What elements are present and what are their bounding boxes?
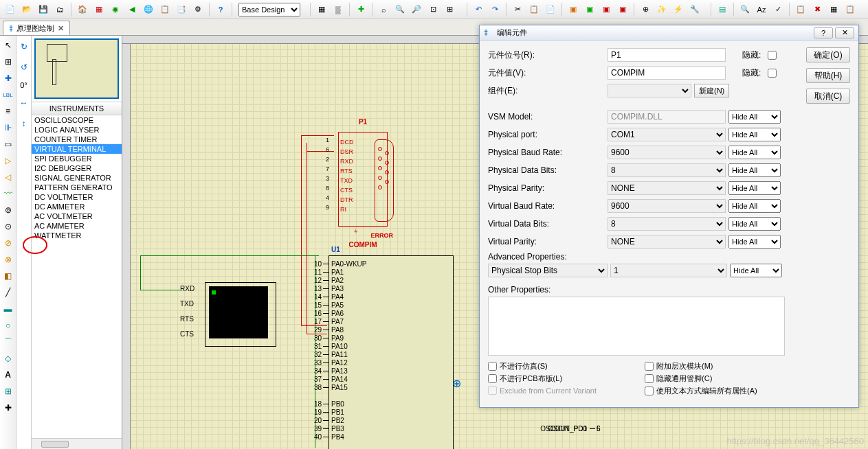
zoom-all-icon[interactable]: ⊞ [442,2,457,17]
check-no-sim[interactable] [488,362,497,371]
zoom-out-icon[interactable]: 🔎 [409,2,424,17]
check-hide-value[interactable] [768,69,777,78]
instrument-item[interactable]: AC AMMETER [32,221,122,231]
instrument-item[interactable]: DC AMMETER [32,202,122,211]
new-group-button[interactable]: 新建(N) [694,84,729,97]
wand-icon[interactable]: ✨ [654,2,669,17]
zoom-fit-icon[interactable]: ⌕ [376,2,391,17]
block4-icon[interactable]: ▣ [615,2,630,17]
combo-pparity[interactable]: NONE [608,181,726,195]
tape-icon[interactable]: ⊚ [1,203,15,217]
replace-icon[interactable]: Az [754,2,769,17]
check-text-edit[interactable] [645,387,654,395]
line-icon[interactable]: ╱ [1,286,15,299]
tab-schematic[interactable]: ‡ 原理图绘制 ✕ [3,21,70,35]
redo-icon[interactable]: ↷ [487,2,502,17]
check-no-pcb[interactable] [488,374,497,383]
voltage-probe-icon[interactable]: ⊘ [1,236,15,250]
doc2-icon[interactable]: 📑 [174,2,189,17]
arc-icon[interactable]: ⌒ [1,335,15,349]
device-pin-icon[interactable]: ◁ [1,170,15,184]
combo-group[interactable] [608,84,691,97]
check-attach[interactable] [645,362,654,371]
chip-icon[interactable]: ▦ [91,2,107,17]
input-value[interactable] [608,66,726,80]
input-ref[interactable] [608,48,726,62]
save-icon[interactable]: 💾 [36,2,51,17]
block2-icon[interactable]: ▣ [582,2,597,17]
design-combo[interactable]: Base Design [238,3,300,16]
symbol-icon[interactable]: ⊞ [1,384,15,398]
instrument-item[interactable]: SPI DEBUGGER [32,154,122,163]
text-script-icon[interactable]: ≡ [1,104,15,118]
instrument-list[interactable]: OSCILLOSCOPELOGIC ANALYSERCOUNTER TIMERV… [32,115,122,438]
combo-pbaud[interactable]: 9600 [608,146,726,159]
gear2-icon[interactable]: ⚡ [671,2,686,17]
erc1-icon[interactable]: 📋 [793,2,808,17]
mirror-v-icon[interactable]: ↕ [17,117,31,130]
crosshair-icon[interactable]: ✚ [353,2,368,17]
select-icon[interactable]: ↖ [1,38,15,52]
generator-icon[interactable]: ⊙ [1,220,15,233]
help-button[interactable]: 帮助(H) [806,68,850,83]
undo-icon[interactable]: ↶ [471,2,486,17]
paste-icon[interactable]: 📄 [543,2,558,17]
hideall-pdata[interactable]: Hide All [728,163,781,177]
text-icon[interactable]: A [1,368,15,382]
instrument-item[interactable]: LOGIC ANALYSER [32,125,122,135]
scrollbar-horizontal[interactable] [32,438,122,449]
instrument-item[interactable]: DC VOLTMETER [32,192,122,202]
bus-icon[interactable]: ⊪ [1,121,15,135]
cut-icon[interactable]: ✂ [510,2,525,17]
current-probe-icon[interactable]: ⊗ [1,253,15,266]
layers-icon[interactable]: ▤ [715,2,730,17]
dialog-titlebar[interactable]: ‡ 编辑元件 ? ✕ [480,25,858,41]
combo-advprop-name[interactable]: Physical Stop Bits [488,264,608,277]
mirror-h-icon[interactable]: ↔ [17,96,31,110]
find-icon[interactable]: 🔍 [737,2,753,17]
instrument-item[interactable]: COUNTER TIMER [32,135,122,144]
graph-icon[interactable]: 〰 [1,187,15,200]
terminal-icon[interactable]: ▷ [1,154,15,168]
box-icon[interactable]: ▬ [1,302,15,316]
rotate-ccw-icon[interactable]: ↺ [17,60,31,74]
erc2-icon[interactable]: ✖ [810,2,825,17]
wrench-icon[interactable]: 🔧 [687,2,702,17]
check-icon[interactable]: ✓ [770,2,786,17]
combo-pdata[interactable]: 8 [608,163,726,177]
copy-icon[interactable]: 📋 [526,2,542,17]
grid-icon[interactable]: ▦ [314,2,329,17]
combo-advprop-val[interactable]: 1 [610,264,727,277]
instrument-item[interactable]: VIRTUAL TERMINAL [32,144,122,154]
tool-icon[interactable]: ⚙ [190,2,205,17]
component-icon[interactable]: ◉ [108,2,123,17]
hideall-vsm[interactable]: Hide All [728,110,781,124]
instrument-item[interactable]: I2C DEBUGGER [32,163,122,173]
dialog-help-icon[interactable]: ? [814,27,833,38]
instrument-icon[interactable]: ◧ [1,269,15,283]
probe-icon[interactable]: ⊕ [638,2,653,17]
textarea-other-props[interactable] [488,297,785,356]
marker-icon[interactable]: ✚ [1,401,15,415]
cancel-button[interactable]: 取消(C) [806,89,850,104]
help-icon[interactable]: ? [213,2,228,17]
block3-icon[interactable]: ▣ [599,2,614,17]
instrument-item[interactable]: SIGNAL GENERATOR [32,173,122,183]
circle-icon[interactable]: ○ [1,319,15,332]
rotate-cw-icon[interactable]: ↻ [17,40,31,54]
hideall-vparity[interactable]: Hide All [728,235,781,249]
instrument-item[interactable]: OSCILLOSCOPE [32,115,122,125]
combo-vdata[interactable]: 8 [608,217,726,231]
hideall-vdata[interactable]: Hide All [728,217,781,231]
junction-icon[interactable]: ✚ [1,71,15,85]
zoom-in-icon[interactable]: 🔍 [392,2,408,17]
hideall-port[interactable]: Hide All [728,128,781,141]
globe-icon[interactable]: 🌐 [141,2,156,17]
home-icon[interactable]: 🏠 [75,2,90,17]
erc3-icon[interactable]: ▦ [826,2,841,17]
import-icon[interactable]: 🗂 [52,2,67,17]
hideall-vbaud[interactable]: Hide All [728,199,781,213]
component-p1[interactable]: P1 DCDDSRRXDRTSTXDCTSDTRRI ⏚ 16273849 ER… [329,118,397,235]
check-hide-ref[interactable] [768,51,777,60]
dialog-close-icon[interactable]: ✕ [835,27,854,38]
